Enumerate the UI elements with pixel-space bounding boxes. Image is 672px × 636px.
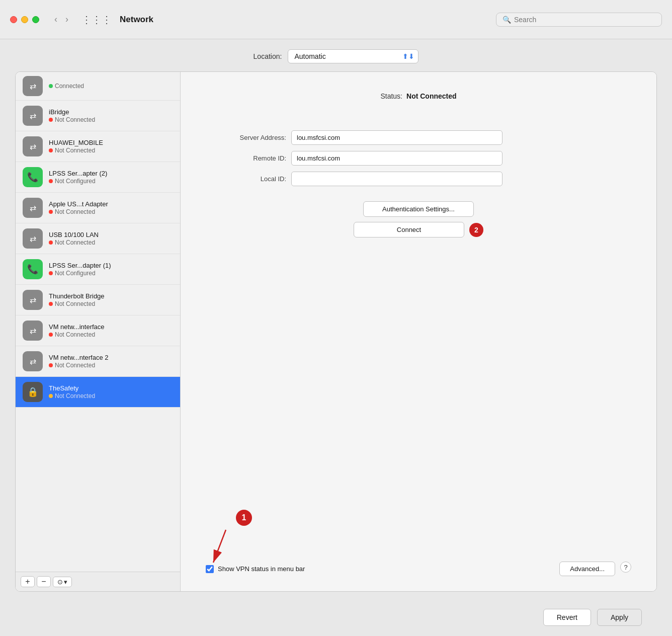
apply-button[interactable]: Apply xyxy=(597,609,642,626)
item-name: TheSafety xyxy=(49,384,95,392)
network-icon: 📞 xyxy=(23,167,43,187)
grid-icon[interactable]: ⋮⋮⋮ xyxy=(81,14,112,26)
item-status: Not Connected xyxy=(49,147,103,154)
vpn-checkbox-container: 1 Show VPN status in menu bar xyxy=(206,565,305,573)
item-status: Not Configured xyxy=(49,178,107,185)
bottom-right-buttons: Advanced... ? xyxy=(559,562,631,576)
item-info: USB 10/100 LAN Not Connected xyxy=(49,231,99,246)
field-row-server: Server Address: xyxy=(206,130,631,145)
field-row-local: Local ID: xyxy=(206,172,631,186)
detail-panel: Status: Not Connected Server Address: Re… xyxy=(181,72,656,591)
svg-line-1 xyxy=(213,530,226,563)
status-dot xyxy=(49,333,53,337)
list-item[interactable]: 📞 LPSS Ser...dapter (1) Not Configured xyxy=(16,254,180,285)
network-icon: 📞 xyxy=(23,259,43,279)
forward-button[interactable]: › xyxy=(62,13,71,26)
status-value: Not Connected xyxy=(406,92,457,100)
item-status: Not Configured xyxy=(49,270,111,277)
network-list: ⇄ Connected ⇄ iBridge xyxy=(16,72,180,572)
item-info: Thunderbolt Bridge Not Connected xyxy=(49,292,105,307)
add-network-button[interactable]: + xyxy=(21,576,35,587)
nav-buttons: ‹ › xyxy=(51,13,71,26)
item-status: Not Connected xyxy=(49,300,105,307)
item-info: Connected xyxy=(49,83,84,90)
item-info: VM netw...nterface 2 Not Connected xyxy=(49,354,109,369)
item-name: USB 10/100 LAN xyxy=(49,231,99,238)
connect-badge: 2 xyxy=(469,223,483,237)
connect-button[interactable]: Connect xyxy=(354,222,464,237)
item-name: LPSS Ser...dapter (1) xyxy=(49,262,111,269)
list-item[interactable]: ⇄ Connected xyxy=(16,72,180,101)
close-button[interactable] xyxy=(10,16,17,23)
help-button[interactable]: ? xyxy=(620,562,631,573)
status-dot xyxy=(49,241,53,245)
content-area: ⇄ Connected ⇄ iBridge xyxy=(15,71,657,592)
list-item-thesafety[interactable]: 🔒 TheSafety Not Connected xyxy=(16,377,180,408)
item-info: iBridge Not Connected xyxy=(49,108,95,123)
sidebar-toolbar: + − ⊙ ▾ xyxy=(16,572,180,591)
status-dot xyxy=(49,179,53,183)
local-id-label: Local ID: xyxy=(206,175,286,183)
traffic-lights xyxy=(10,16,39,23)
auth-settings-button[interactable]: Authentication Settings... xyxy=(363,201,474,217)
list-item[interactable]: ⇄ Apple US...t Adapter Not Connected xyxy=(16,193,180,223)
advanced-button[interactable]: Advanced... xyxy=(559,562,615,576)
network-icon: ⇄ xyxy=(23,228,43,249)
server-address-label: Server Address: xyxy=(206,134,286,141)
search-icon: 🔍 xyxy=(502,16,511,24)
list-item[interactable]: ⇄ iBridge Not Connected xyxy=(16,101,180,131)
item-name: HUAWEI_MOBILE xyxy=(49,139,103,146)
item-info: Apple US...t Adapter Not Connected xyxy=(49,200,108,215)
item-status: Connected xyxy=(49,83,84,90)
status-label: Status: xyxy=(380,92,402,100)
minimize-button[interactable] xyxy=(21,16,28,23)
list-item-thunderbolt[interactable]: ⇄ Thunderbolt Bridge Not Connected xyxy=(16,285,180,315)
window-title: Network xyxy=(120,15,488,25)
remote-id-label: Remote ID: xyxy=(206,154,286,162)
revert-button[interactable]: Revert xyxy=(543,609,591,626)
network-icon: ⇄ xyxy=(23,290,43,310)
maximize-button[interactable] xyxy=(32,16,39,23)
status-dot xyxy=(49,363,53,367)
status-dot xyxy=(49,210,53,214)
main-content: Location: Automatic ⬆⬇ ⇄ Con xyxy=(0,39,672,636)
list-item[interactable]: ⇄ VM netw...interface Not Connected xyxy=(16,315,180,346)
remote-id-input[interactable] xyxy=(291,151,502,166)
item-name: Apple US...t Adapter xyxy=(49,200,108,208)
item-name: iBridge xyxy=(49,108,95,116)
list-item[interactable]: 📞 LPSS Ser...apter (2) Not Configured xyxy=(16,162,180,193)
item-info: VM netw...interface Not Connected xyxy=(49,323,105,338)
annotation-1: 1 xyxy=(236,510,252,526)
sidebar: ⇄ Connected ⇄ iBridge xyxy=(16,72,181,591)
item-info: LPSS Ser...dapter (1) Not Configured xyxy=(49,262,111,277)
list-item[interactable]: ⇄ HUAWEI_MOBILE Not Connected xyxy=(16,131,180,162)
list-item[interactable]: ⇄ VM netw...nterface 2 Not Connected xyxy=(16,346,180,377)
search-input[interactable] xyxy=(514,16,655,24)
back-button[interactable]: ‹ xyxy=(51,13,60,26)
remove-network-button[interactable]: − xyxy=(37,576,51,587)
search-bar: 🔍 xyxy=(496,13,662,27)
item-status: Not Connected xyxy=(49,392,95,400)
item-status: Not Connected xyxy=(49,331,105,338)
status-dot xyxy=(49,118,53,122)
item-name: Thunderbolt Bridge xyxy=(49,292,105,300)
network-icon: ⇄ xyxy=(23,106,43,126)
action-icon: ⊙ xyxy=(57,578,63,586)
item-name: VM netw...nterface 2 xyxy=(49,354,109,361)
server-address-input[interactable] xyxy=(291,130,502,145)
field-row-remote: Remote ID: xyxy=(206,151,631,166)
location-select-wrapper: Automatic ⬆⬇ xyxy=(288,49,418,63)
footer-bar: Revert Apply xyxy=(15,602,657,636)
item-status: Not Connected xyxy=(49,208,108,215)
item-info: HUAWEI_MOBILE Not Connected xyxy=(49,139,103,154)
network-icon: 🔒 xyxy=(23,382,43,402)
list-item[interactable]: ⇄ USB 10/100 LAN Not Connected xyxy=(16,223,180,254)
connect-row: Connect 2 xyxy=(354,222,483,237)
network-icon: ⇄ xyxy=(23,198,43,218)
item-info: TheSafety Not Connected xyxy=(49,384,95,400)
network-icon: ⇄ xyxy=(23,76,43,96)
local-id-input[interactable] xyxy=(291,172,502,186)
status-dot xyxy=(49,271,53,275)
location-select[interactable]: Automatic xyxy=(288,49,418,63)
action-menu-button[interactable]: ⊙ ▾ xyxy=(53,577,72,587)
